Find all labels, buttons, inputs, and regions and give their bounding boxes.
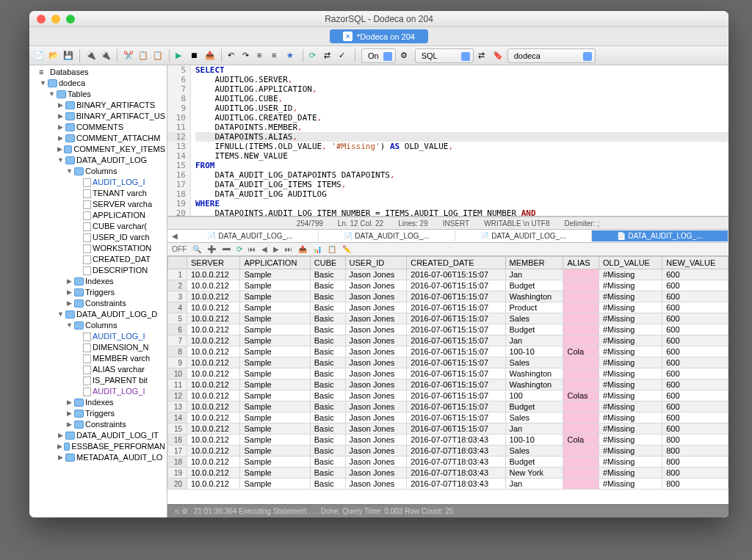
connect-icon[interactable]: 🔌 (86, 51, 96, 61)
export-results-icon[interactable]: 📤 (298, 245, 307, 253)
tree-col[interactable]: DESCRIPTION (29, 265, 167, 276)
cut-icon[interactable]: ✂️ (123, 51, 134, 61)
table-row[interactable]: 810.0.0.212SampleBasicJason Jones2016-07… (168, 346, 728, 357)
table-row[interactable]: 1010.0.0.212SampleBasicJason Jones2016-0… (168, 368, 728, 379)
table-row[interactable]: 910.0.0.212SampleBasicJason Jones2016-07… (168, 357, 728, 368)
tree-col[interactable]: USER_ID varch (29, 232, 167, 243)
tree-col[interactable]: DIMENSION_N (29, 342, 167, 353)
edit-mode-toggle[interactable]: OFF (172, 245, 187, 253)
language-combo[interactable]: SQL (415, 48, 474, 63)
tree-columns[interactable]: ▼Columns (29, 320, 167, 331)
tree-triggers[interactable]: ▶Triggers (29, 287, 167, 298)
first-page-icon[interactable]: ⏮ (248, 245, 256, 253)
table-row[interactable]: 710.0.0.212SampleBasicJason Jones2016-07… (168, 335, 728, 346)
tree-table-ESSBASE_PERFORMAN[interactable]: ▶ESSBASE_PERFORMAN (29, 441, 167, 452)
autocommit-combo[interactable]: On (361, 48, 396, 63)
tree-db-dodeca[interactable]: ▼dodeca (29, 78, 167, 89)
tree-constraints[interactable]: ▶Constraints (29, 298, 167, 309)
col-ALIAS[interactable]: ALIAS (563, 257, 599, 269)
tree-col[interactable]: TENANT varch (29, 188, 167, 199)
open-icon[interactable]: 📂 (48, 51, 59, 61)
tree-indexes[interactable]: ▶Indexes (29, 276, 167, 287)
tree-table-COMMENT_ATTACHM[interactable]: ▶COMMENT_ATTACHM (29, 133, 167, 144)
run-icon[interactable]: ▶ (176, 51, 186, 61)
tree-col[interactable]: MEMBER varch (29, 353, 167, 364)
filter-icon[interactable]: 🔍 (192, 245, 201, 253)
connection-tab[interactable]: × *Dodeca on 204 (330, 29, 428, 43)
tree-col[interactable]: ALIAS varchar (29, 364, 167, 375)
tree-col[interactable]: APPLICATION (29, 210, 167, 221)
result-tab-2[interactable]: 📄 DATA_AUDIT_LOG_... (319, 230, 455, 241)
table-row[interactable]: 410.0.0.212SampleBasicJason Jones2016-07… (168, 302, 728, 313)
save-icon[interactable]: 💾 (63, 51, 73, 61)
tree-indexes[interactable]: ▶Indexes (29, 397, 167, 408)
tree-col[interactable]: AUDIT_LOG_I (29, 177, 167, 188)
refresh-icon[interactable]: ⟳ (309, 51, 319, 61)
close-tab-icon[interactable]: × (343, 32, 352, 41)
tree-tables[interactable]: ▼Tables (29, 89, 167, 100)
swap-icon[interactable]: ⇄ (478, 51, 488, 61)
col-USER_ID[interactable]: USER_ID (345, 257, 407, 269)
result-tab-1[interactable]: 📄 DATA_AUDIT_LOG_... (182, 230, 319, 241)
table-row[interactable]: 1810.0.0.212SampleBasicJason Jones2016-0… (168, 457, 728, 468)
tree-table-COMMENT_KEY_ITEMS[interactable]: ▶COMMENT_KEY_ITEMS (29, 144, 167, 155)
copy-results-icon[interactable]: 📋 (328, 245, 336, 253)
commit-icon[interactable]: ⇄ (324, 51, 334, 61)
table-row[interactable]: 210.0.0.212SampleBasicJason Jones2016-07… (168, 280, 728, 291)
col-SERVER[interactable]: SERVER (187, 257, 240, 269)
tree-table-BINARY_ARTIFACT_US[interactable]: ▶BINARY_ARTIFACT_US (29, 111, 167, 122)
tree-columns[interactable]: ▼Columns (29, 166, 167, 177)
export-icon[interactable]: 📤 (205, 51, 215, 61)
tree-col[interactable]: CREATED_DAT (29, 254, 167, 265)
table-row[interactable]: 1610.0.0.212SampleBasicJason Jones2016-0… (168, 434, 728, 446)
table-row[interactable]: 1210.0.0.212SampleBasicJason Jones2016-0… (168, 390, 728, 401)
results-grid[interactable]: SERVERAPPLICATIONCUBEUSER_IDCREATED_DATE… (167, 256, 728, 504)
col-CUBE[interactable]: CUBE (310, 257, 345, 269)
tree-col[interactable]: WORKSTATION (29, 243, 167, 254)
new-file-icon[interactable]: 📄 (34, 51, 44, 61)
last-page-icon[interactable]: ⏭ (285, 245, 292, 253)
tree-table-BINARY_ARTIFACTS[interactable]: ▶BINARY_ARTIFACTS (29, 100, 167, 111)
table-row[interactable]: 2010.0.0.212SampleBasicJason Jones2016-0… (168, 479, 728, 490)
tree-col[interactable]: AUDIT_LOG_I (29, 331, 167, 342)
table-row[interactable]: 610.0.0.212SampleBasicJason Jones2016-07… (168, 324, 728, 335)
tree-col[interactable]: AUDIT_LOG_I (29, 386, 167, 397)
col-OLD_VALUE[interactable]: OLD_VALUE (599, 257, 662, 269)
schema-combo[interactable]: dodeca (507, 48, 596, 63)
check-icon[interactable]: ✓ (339, 51, 349, 61)
scroll-tabs-left[interactable]: ◀ (167, 232, 182, 240)
delete-row-icon[interactable]: ➖ (222, 245, 231, 253)
tree-col[interactable]: SERVER varcha (29, 199, 167, 210)
col-CREATED_DATE[interactable]: CREATED_DATE (407, 257, 505, 269)
table-row[interactable]: 1910.0.0.212SampleBasicJason Jones2016-0… (168, 468, 728, 479)
table-row[interactable]: 110.0.0.212SampleBasicJason Jones2016-07… (168, 269, 728, 280)
tree-table-DATA_AUDIT_LOG_IT[interactable]: ▶DATA_AUDIT_LOG_IT (29, 430, 167, 441)
tree-databases[interactable]: ≡Databases (29, 67, 167, 78)
tree-constraints[interactable]: ▶Constraints (29, 419, 167, 430)
tree-table-data-audit-log[interactable]: ▼DATA_AUDIT_LOG (29, 155, 167, 166)
database-navigator[interactable]: ≡Databases ▼dodeca ▼Tables ▶BINARY_ARTIF… (29, 65, 167, 517)
tree-col[interactable]: IS_PARENT bit (29, 375, 167, 386)
paste-icon[interactable]: 📋 (153, 51, 163, 61)
outdent-icon[interactable]: ≡ (272, 51, 282, 61)
sql-editor[interactable]: 567891011121314151617181920 SELECT AUDIT… (167, 65, 728, 217)
col-NEW_VALUE[interactable]: NEW_VALUE (662, 257, 728, 269)
result-tab-4-active[interactable]: 📄 DATA_AUDIT_LOG_... (592, 230, 728, 241)
tree-table-COMMENTS[interactable]: ▶COMMENTS (29, 122, 167, 133)
table-row[interactable]: 1710.0.0.212SampleBasicJason Jones2016-0… (168, 446, 728, 457)
tree-col[interactable]: CUBE varchar( (29, 221, 167, 232)
table-row[interactable]: 1110.0.0.212SampleBasicJason Jones2016-0… (168, 379, 728, 390)
tree-triggers[interactable]: ▶Triggers (29, 408, 167, 419)
tree-table-METADATA_AUDIT_LO[interactable]: ▶METADATA_AUDIT_LO (29, 452, 167, 463)
favorite-icon[interactable]: ★ (286, 51, 297, 61)
tree-table-data-audit-log-d[interactable]: ▼DATA_AUDIT_LOG_D (29, 309, 167, 320)
result-tab-3[interactable]: 📄 DATA_AUDIT_LOG_... (455, 230, 592, 241)
chart-icon[interactable]: 📊 (313, 245, 322, 253)
copy-icon[interactable]: 📋 (138, 51, 148, 61)
table-row[interactable]: 1510.0.0.212SampleBasicJason Jones2016-0… (168, 423, 728, 434)
pencil-icon[interactable]: ✏️ (342, 245, 351, 253)
stop-icon[interactable]: ⏹ (190, 51, 200, 61)
add-row-icon[interactable]: ➕ (207, 245, 216, 253)
redo-icon[interactable]: ↷ (242, 51, 253, 61)
table-row[interactable]: 1310.0.0.212SampleBasicJason Jones2016-0… (168, 401, 728, 412)
